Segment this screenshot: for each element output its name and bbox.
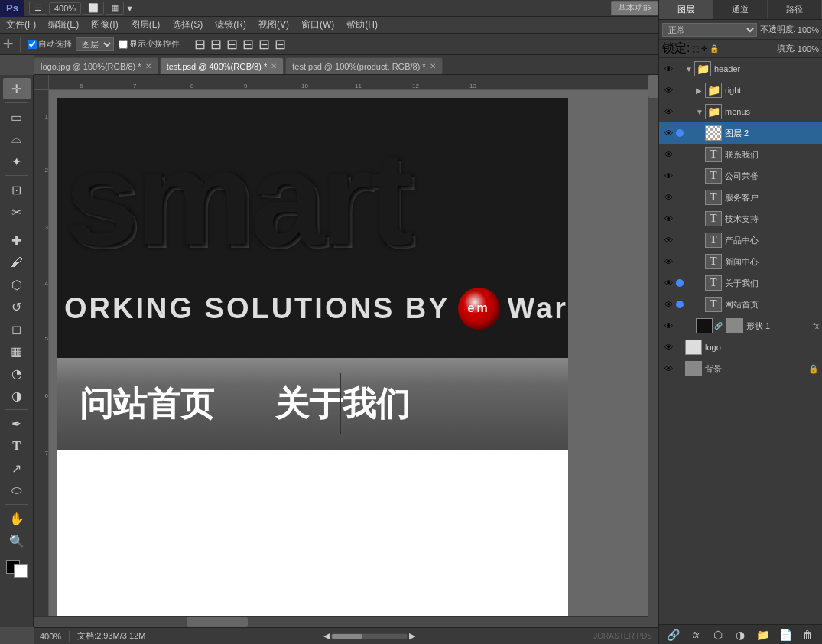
menu-image[interactable]: 图像(I): [85, 17, 124, 34]
magic-wand-tool[interactable]: ✦: [3, 151, 31, 172]
move-tool[interactable]: ✛: [3, 78, 31, 99]
scroll-track[interactable]: [331, 633, 408, 639]
tab-logo[interactable]: logo.jpg @ 100%(RGB/8) * ✕: [34, 57, 158, 74]
layer-news[interactable]: 👁 T 新闻中心: [659, 251, 822, 272]
align-center-icon[interactable]: ⊟: [210, 36, 222, 53]
tab-test-100-close[interactable]: ✕: [430, 62, 436, 70]
type-tool[interactable]: T: [3, 435, 31, 457]
eye-service[interactable]: 👁: [662, 191, 674, 203]
eye-shape1[interactable]: 👁: [662, 320, 674, 332]
eye-products[interactable]: 👁: [662, 234, 674, 246]
selection-tool[interactable]: ▭: [3, 106, 31, 128]
menu-view[interactable]: 视图(V): [252, 17, 295, 34]
layer-right[interactable]: 👁 ▶ 📁 right: [659, 80, 822, 101]
eye-background[interactable]: 👁: [662, 363, 674, 375]
stamp-tool[interactable]: ⬡: [3, 274, 31, 295]
nav-prev-btn[interactable]: ◀: [323, 631, 330, 641]
lock-all-icon[interactable]: 🔒: [710, 44, 719, 53]
transform-checkbox[interactable]: [119, 40, 128, 49]
eye-homepage[interactable]: 👁: [662, 298, 674, 311]
nav-next-btn[interactable]: ▶: [409, 631, 415, 641]
shape-tool[interactable]: ⬭: [3, 480, 31, 501]
menu-icon[interactable]: ☰: [29, 2, 47, 15]
menu-file[interactable]: 文件(F): [0, 17, 42, 34]
canvas-scrollbar-v[interactable]: [648, 75, 658, 627]
fill-value[interactable]: 100%: [798, 44, 819, 54]
brush-tool[interactable]: 🖌: [3, 252, 31, 273]
blend-mode-select[interactable]: 正常: [662, 23, 757, 37]
eye-news[interactable]: 👁: [662, 255, 674, 268]
canvas-scrollbar-h[interactable]: [34, 616, 648, 627]
fx-shape1[interactable]: fx: [813, 322, 819, 330]
layer-background[interactable]: 👁 背景 🔒: [659, 358, 822, 379]
panel-tab-paths[interactable]: 路径: [768, 0, 822, 19]
path-selection[interactable]: ↗: [3, 457, 31, 479]
tab-logo-close[interactable]: ✕: [145, 62, 151, 70]
lock-pixel-icon[interactable]: ⬚: [692, 44, 699, 53]
layer-products[interactable]: 👁 T 产品中心: [659, 229, 822, 251]
eye-menus[interactable]: 👁: [662, 106, 674, 118]
history-brush[interactable]: ↺: [3, 296, 31, 317]
panel-tab-layers[interactable]: 图层: [659, 0, 713, 19]
layer-shape1[interactable]: 👁 🔗 形状 1 fx: [659, 315, 822, 337]
pen-tool[interactable]: ✒: [3, 413, 31, 434]
menu-window[interactable]: 窗口(W): [295, 17, 340, 34]
preset-basic[interactable]: 基本功能: [611, 1, 658, 15]
eye-aboutus[interactable]: 👁: [662, 277, 674, 289]
eye-header[interactable]: 👁: [662, 63, 674, 75]
scrollbar-h-thumb[interactable]: [187, 617, 248, 627]
lock-move-icon[interactable]: ✛: [701, 44, 707, 53]
align-left-icon[interactable]: ⊟: [194, 36, 206, 53]
layer-layer2[interactable]: 👁 图层 2: [659, 122, 822, 144]
new-layer-btn[interactable]: 📄: [778, 627, 793, 642]
scroll-thumb[interactable]: [332, 634, 362, 639]
zoom-tool[interactable]: 🔍: [3, 530, 31, 551]
layer-homepage[interactable]: 👁 T 网站首页: [659, 294, 822, 315]
layer-tech[interactable]: 👁 T 技术支持: [659, 208, 822, 229]
align-icon3[interactable]: ⊟: [275, 36, 286, 53]
menu-filter[interactable]: 滤镜(R): [209, 17, 252, 34]
layer-service[interactable]: 👁 T 服务客户: [659, 187, 822, 208]
layer-select[interactable]: 图层: [76, 37, 114, 51]
eye-right[interactable]: 👁: [662, 84, 674, 96]
color-swatches[interactable]: [6, 560, 28, 578]
expand-right[interactable]: ▶: [696, 86, 703, 95]
menu-layer[interactable]: 图层(L): [125, 17, 167, 34]
menu-select[interactable]: 选择(S): [166, 17, 209, 34]
arrange-btn[interactable]: ▦: [106, 2, 124, 15]
eye-contact[interactable]: 👁: [662, 148, 674, 161]
expand-menus[interactable]: ▼: [696, 108, 703, 116]
layer-reputation[interactable]: 👁 T 公司荣誉: [659, 165, 822, 187]
eye-layer2[interactable]: 👁: [662, 127, 674, 139]
distribute-icon[interactable]: ⊟: [242, 36, 254, 53]
new-group-btn[interactable]: 📁: [755, 627, 771, 642]
align-icon2[interactable]: ⊟: [258, 36, 270, 53]
expand-header[interactable]: ▼: [685, 65, 693, 73]
crop-tool[interactable]: ⊡: [3, 179, 31, 200]
hand-tool[interactable]: ✋: [3, 508, 31, 529]
layer-contact[interactable]: 👁 T 联系我们: [659, 144, 822, 165]
add-mask-btn[interactable]: ⬡: [710, 627, 726, 642]
eye-tech[interactable]: 👁: [662, 213, 674, 225]
delete-layer-btn[interactable]: 🗑: [800, 627, 815, 642]
tab-test-400[interactable]: test.psd @ 400%(RGB/8) * ✕: [160, 57, 284, 74]
dodge-tool[interactable]: ◑: [3, 385, 31, 406]
align-right-icon[interactable]: ⊟: [226, 36, 238, 53]
zoom-display[interactable]: 400%: [49, 2, 81, 15]
tab-test-100[interactable]: test.psd @ 100%(product, RGB/8) * ✕: [285, 57, 442, 74]
slice-tool[interactable]: ✂: [3, 201, 31, 223]
view-mode-btn[interactable]: ⬜: [83, 2, 104, 15]
layer-aboutus[interactable]: 👁 T 关于我们: [659, 272, 822, 294]
opacity-value[interactable]: 100%: [798, 25, 819, 34]
eraser-tool[interactable]: ◻: [3, 318, 31, 340]
eye-logo[interactable]: 👁: [662, 341, 674, 353]
auto-select-checkbox[interactable]: [28, 40, 37, 49]
layer-logo[interactable]: 👁 logo: [659, 337, 822, 358]
layer-menus[interactable]: 👁 ▼ 📁 menus: [659, 101, 822, 122]
blur-tool[interactable]: ◔: [3, 363, 31, 384]
healing-tool[interactable]: ✚: [3, 229, 31, 251]
link-layers-btn[interactable]: 🔗: [666, 627, 681, 642]
arrow-btn[interactable]: ▼: [125, 4, 134, 13]
scrollbar-v-thumb[interactable]: [648, 75, 658, 98]
eye-reputation[interactable]: 👁: [662, 170, 674, 182]
